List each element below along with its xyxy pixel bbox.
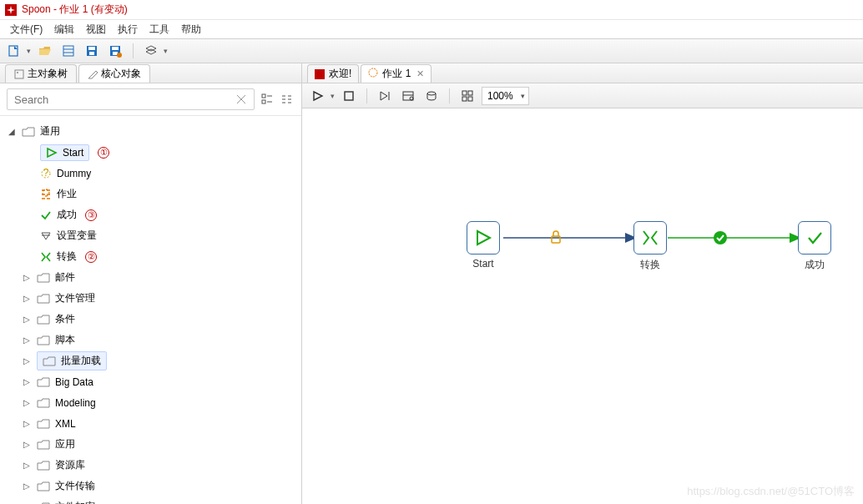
menu-edit[interactable]: 编辑 [49,21,79,38]
expand-icon[interactable]: ▷ [22,377,32,386]
zoom-select[interactable]: 100% ▾ [482,87,529,105]
svg-rect-8 [112,47,119,50]
expand-icon[interactable]: ▷ [22,398,32,407]
tree-folder-general[interactable]: ◢ 通用 [3,121,298,142]
expand-icon[interactable]: ▷ [22,335,32,345]
tree-item-dummy[interactable]: ? Dummy [3,163,298,184]
layout-button[interactable] [458,87,477,105]
tree-folder-label: 文件管理 [55,291,95,305]
menu-view[interactable]: 视图 [81,21,111,38]
hop-transform-success[interactable] [664,230,809,245]
replay-button[interactable] [376,87,394,105]
tree-item-set-variable[interactable]: 设置变量 [3,225,298,246]
chevron-down-icon: ▾ [521,92,525,100]
tree-folder-label: 批量加载 [61,354,101,368]
variable-icon [40,230,52,242]
tree-item-job[interactable]: 作业 [3,184,298,204]
svg-rect-37 [462,97,467,101]
watermark: https://blog.csdn.net/@51CTO博客 [687,484,855,499]
node-start[interactable]: Start [467,221,500,270]
folder-icon [37,418,50,430]
svg-point-34 [427,92,436,95]
menu-help[interactable]: 帮助 [176,21,206,38]
folder-icon [37,293,50,305]
expand-icon[interactable]: ▷ [22,440,32,449]
run-dropdown[interactable]: ▾ [331,92,335,100]
menu-file[interactable]: 文件(F) [5,21,48,38]
hop-start-transform[interactable] [500,230,644,245]
tree-item-start[interactable]: Start ① [3,142,298,163]
tree-folder[interactable]: ▷批量加载 [3,350,298,371]
tab-welcome[interactable]: 欢迎! [307,64,359,83]
tree-folder[interactable]: ▷文件加密 [3,496,298,504]
expand-all-icon[interactable] [260,92,275,107]
svg-rect-5 [88,47,95,50]
pencil-icon [88,69,98,79]
save-as-button[interactable] [106,42,124,60]
expand-icon[interactable]: ▷ [22,461,32,470]
tree-folder[interactable]: ▷邮件 [3,267,298,288]
search-input[interactable] [13,93,234,107]
tab-job-label: 作业 1 [382,67,411,81]
transform-icon [641,229,659,247]
tree-folder[interactable]: ▷脚本 [3,330,298,350]
tree-item-label: Start [63,147,83,159]
expand-icon[interactable]: ▷ [22,481,32,491]
clear-search-icon[interactable] [234,92,249,107]
svg-rect-36 [468,91,472,95]
svg-rect-0 [9,46,18,56]
expand-icon[interactable]: ▷ [22,356,32,365]
tree-folder[interactable]: ▷Modeling [3,392,298,413]
menu-run[interactable]: 执行 [113,21,143,38]
svg-point-12 [17,72,18,73]
folder-icon [37,376,50,388]
window-title: Spoon - 作业 1 (有变动) [22,3,128,17]
folder-icon [37,314,50,325]
tab-core-objects[interactable]: 核心对象 [78,64,150,83]
node-success[interactable]: 成功 [798,221,831,272]
svg-point-28 [369,68,377,77]
lock-icon[interactable] [549,229,563,247]
tree-folder[interactable]: ▷应用 [3,434,298,455]
explore-button[interactable] [59,42,78,60]
new-dropdown[interactable]: ▾ [27,47,31,55]
expand-icon[interactable]: ▷ [22,294,32,303]
tree-folder[interactable]: ▷文件管理 [3,288,298,309]
collapse-icon[interactable]: ◢ [7,127,17,136]
expand-icon[interactable]: ▷ [22,419,32,428]
expand-icon[interactable]: ▷ [22,273,32,282]
close-icon[interactable]: ✕ [416,68,424,79]
perspective-dropdown[interactable]: ▾ [164,47,168,55]
tree-folder-label: 邮件 [55,270,75,285]
perspective-button[interactable] [142,42,160,60]
canvas-toolbar: ▾ 100% ▾ [302,83,863,108]
tree-folder[interactable]: ▷文件传输 [3,476,298,496]
open-button[interactable] [36,42,54,60]
canvas[interactable]: Start 转换 成功 https://blog.csdn.net/@51CTO… [302,108,863,504]
transform-icon [40,251,52,263]
check-circle-icon[interactable] [713,230,728,248]
tree-item-success[interactable]: 成功 ③ [3,204,298,225]
run-button[interactable] [309,87,327,105]
tree-item-transform[interactable]: 转换 ② [3,246,298,267]
preview-button[interactable] [399,87,417,105]
tab-job[interactable]: 作业 1 ✕ [361,64,432,83]
search-box[interactable] [7,88,255,110]
tree-folder-label: XML [55,418,76,430]
tree-folder[interactable]: ▷资源库 [3,455,298,476]
node-transform-label: 转换 [640,258,660,272]
stop-button[interactable] [340,87,358,105]
save-button[interactable] [83,42,101,60]
sql-button[interactable] [422,87,441,105]
tree-folder[interactable]: ▷Big Data [3,371,298,392]
document-tabs: 欢迎! 作业 1 ✕ [302,63,863,83]
menu-tools[interactable]: 工具 [144,21,174,38]
node-transform[interactable]: 转换 [633,221,667,272]
tree-folder[interactable]: ▷XML [3,413,298,434]
tree-folder[interactable]: ▷条件 [3,309,298,330]
expand-icon[interactable]: ▷ [22,315,32,324]
tab-main-tree[interactable]: 主对象树 [5,64,77,83]
new-button[interactable] [5,42,23,60]
collapse-all-icon[interactable] [280,92,295,107]
folder-icon [37,397,50,409]
